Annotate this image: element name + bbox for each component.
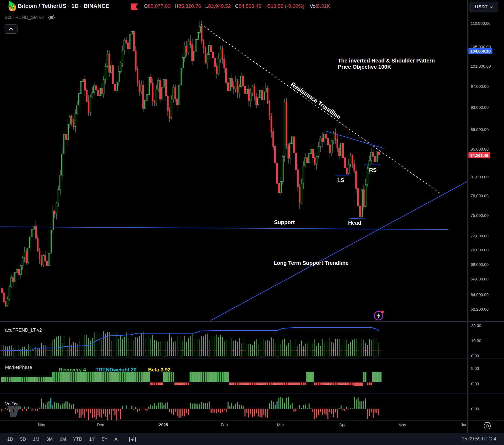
time-tick-feb[interactable]: Feb — [221, 422, 228, 427]
candle-down — [373, 152, 374, 157]
range-button-1m[interactable]: 1M — [29, 437, 43, 442]
candle-up — [250, 93, 251, 101]
marketphase-bar-down — [303, 383, 304, 385]
time-tick-dec[interactable]: Dec — [97, 422, 104, 427]
price-tick-label: 85,000.00 — [471, 147, 489, 151]
go-to-date-icon[interactable] — [129, 436, 137, 443]
pane-title-marketphase[interactable]: MarketPhase — [5, 365, 32, 370]
pane-scale-label: 20.00 — [471, 323, 481, 328]
candle-up — [180, 68, 182, 85]
marketphase-bar-down — [357, 383, 359, 386]
range-button-1y[interactable]: 1Y — [86, 437, 98, 442]
marketphase-bar-up — [107, 372, 108, 382]
time-tick-apr[interactable]: Apr — [339, 422, 345, 427]
time-tick-jun[interactable]: Jun — [461, 422, 467, 427]
marketphase-bar-up — [20, 377, 22, 382]
marketphase-bar-down — [176, 383, 178, 385]
marketphase-bar-up — [24, 377, 25, 382]
candle-up — [67, 124, 69, 140]
range-button-1d[interactable]: 1D — [4, 437, 17, 442]
candle-down — [165, 79, 167, 96]
eye-hidden-icon[interactable] — [48, 15, 55, 20]
range-button-ytd[interactable]: YTD — [69, 437, 86, 442]
symbol-title[interactable]: Bitcoin / TetherUS · 1D · BINANCE — [18, 3, 109, 9]
marketphase-bar-up — [9, 377, 10, 382]
candle-down — [288, 145, 289, 158]
last-price-label[interactable]: 84,563.49 — [468, 152, 490, 158]
candle-up — [58, 190, 59, 203]
currency-dropdown[interactable]: USDT — [470, 2, 498, 12]
candle-down — [226, 68, 227, 82]
marketphase-bar-up — [191, 372, 193, 382]
automation-bolt-icon[interactable] — [373, 309, 385, 321]
tradingview-chart-app: { "header": { "title": "Bitcoin / Tether… — [0, 0, 504, 445]
head-marker[interactable] — [349, 218, 365, 219]
candle-up — [178, 85, 180, 105]
marketphase-bar-down — [229, 383, 231, 385]
toolbar-divider — [126, 436, 126, 443]
candle-up — [220, 49, 221, 59]
collapse-pane-button[interactable] — [5, 24, 18, 34]
price-tick-label: 64,000.00 — [471, 292, 489, 297]
candle-down — [139, 83, 140, 92]
range-button-all[interactable]: All — [111, 437, 123, 442]
marketphase-bar-up — [125, 372, 127, 382]
candle-up — [43, 255, 44, 265]
marketphase-bar-down — [288, 383, 289, 385]
marketphase-bar-down — [150, 383, 152, 385]
marketphase-bar-down — [274, 383, 276, 385]
long-term-support[interactable] — [211, 182, 467, 321]
marketphase-bar-up — [205, 372, 206, 382]
candle-up — [292, 137, 293, 144]
range-button-3m[interactable]: 3M — [43, 437, 56, 442]
marketphase-bar-down — [348, 383, 349, 385]
price-alert-label[interactable]: 104,069.10 — [468, 48, 492, 54]
time-tick-2025[interactable]: 2025 — [159, 422, 168, 427]
marketphase-bar-up — [39, 377, 40, 382]
marketphase-bar-up — [101, 372, 103, 382]
candle-up — [162, 87, 163, 99]
candle-up — [371, 152, 372, 161]
marketphase-bar-down — [352, 383, 353, 385]
price-tick-label: 101,000.00 — [471, 64, 491, 68]
range-button-5y[interactable]: 5Y — [98, 437, 111, 442]
range-button-6m[interactable]: 6M — [56, 437, 70, 442]
clock-readout[interactable]: 15:09:59 UTC-4 — [462, 436, 496, 442]
candle-up — [122, 50, 123, 63]
marketphase-bar-down — [295, 383, 297, 385]
marketphase-bar-up — [363, 372, 365, 382]
candle-up — [30, 237, 31, 248]
timezone-settings-icon[interactable] — [483, 422, 492, 430]
candle-up — [69, 117, 71, 124]
range-button-5d[interactable]: 5D — [17, 437, 30, 442]
marketphase-bar-up — [135, 372, 136, 382]
time-tick-mar[interactable]: Mar — [277, 422, 284, 427]
marketphase-bar-down — [244, 383, 246, 385]
time-tick-nov[interactable]: Nov — [38, 422, 45, 427]
flag-icon[interactable] — [131, 3, 139, 11]
marketphase-bar-up — [35, 377, 37, 382]
candle-up — [131, 32, 133, 34]
marketphase-bar-up — [26, 377, 27, 382]
marketphase-bar-down — [188, 383, 189, 385]
marketphase-bar-down — [323, 383, 325, 385]
pane-title-acutrend-lt[interactable]: acuTREND_LT v2 — [5, 328, 42, 333]
resistance-trendline[interactable] — [201, 24, 441, 194]
marketphase-bar-up — [90, 372, 91, 382]
marketphase-bar-down — [239, 383, 240, 385]
marketphase-beta-value: Beta 3.92 — [148, 367, 170, 373]
candle-down — [109, 54, 110, 72]
marketphase-bar-down — [237, 383, 238, 385]
marketphase-bar-down — [269, 383, 270, 385]
marketphase-bar-up — [116, 372, 118, 382]
marketphase-bar-up — [29, 377, 31, 382]
time-tick-may[interactable]: May — [398, 422, 406, 427]
marketphase-bar-up — [169, 372, 170, 382]
marketphase-bar-up — [376, 372, 378, 382]
marketphase-bar-up — [216, 372, 218, 382]
marketphase-bar-up — [63, 372, 65, 382]
marketphase-bar-down — [242, 383, 244, 385]
marketphase-bar-up — [308, 372, 310, 382]
pane-title-volosc[interactable]: VolOsc — [5, 401, 20, 407]
indicator-row-acutrend-sm[interactable]: acuTREND_SM v2 — [5, 15, 55, 20]
